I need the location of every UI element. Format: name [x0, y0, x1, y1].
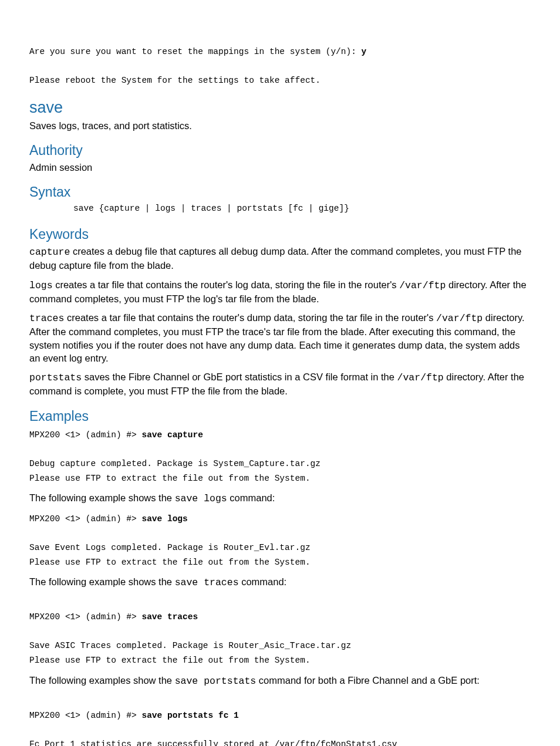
- example-1: MPX200 <1> (admin) #> save capture Debug…: [29, 428, 531, 486]
- ex2-output: Save Event Logs completed. Package is Ro…: [29, 543, 311, 567]
- heading-save: save: [29, 99, 531, 117]
- example-4-intro: The following examples show the save por…: [29, 674, 531, 688]
- keyword-portstats: portstats saves the Fibre Channel or GbE…: [29, 370, 531, 398]
- kw-capture-text: creates a debug file that captures all d…: [29, 246, 522, 271]
- example-2: MPX200 <1> (admin) #> save logs Save Eve…: [29, 512, 531, 570]
- kw-logs-path: /var/ftp: [399, 280, 446, 291]
- keyword-traces: traces creates a tar file that contains …: [29, 311, 531, 364]
- ex4a-output: Fc Port 1 statistics are successfully st…: [29, 740, 397, 746]
- heading-keywords: Keywords: [29, 227, 531, 242]
- ex3-intro-b: command:: [239, 576, 287, 587]
- reset-prompt-input: y: [362, 47, 367, 56]
- kw-portstats-path: /var/ftp: [397, 372, 444, 383]
- authority-body: Admin session: [29, 161, 531, 174]
- kw-traces-code: traces: [29, 313, 64, 324]
- ex1-output: Debug capture completed. Package is Syst…: [29, 459, 321, 483]
- syntax-code: save {capture | logs | traces | portstat…: [73, 201, 531, 216]
- ex3-prompt: MPX200 <1> (admin) #>: [29, 612, 141, 622]
- terminal-output-top: Are you sure you want to reset the mappi…: [29, 45, 531, 88]
- ex2-intro-a: The following example shows the: [29, 492, 175, 503]
- kw-logs-code: logs: [29, 280, 53, 291]
- kw-traces-text1: creates a tar file that contains the rou…: [64, 312, 436, 323]
- heading-syntax: Syntax: [29, 184, 531, 200]
- reboot-notice: Please reboot the System for the setting…: [29, 76, 321, 85]
- kw-logs-text1: creates a tar file that contains the rou…: [53, 279, 400, 290]
- example-3: MPX200 <1> (admin) #> save traces Save A…: [29, 595, 531, 667]
- ex4a-prompt: MPX200 <1> (admin) #>: [29, 711, 141, 720]
- ex4-intro-b: command for both a Fibre Channel and a G…: [256, 675, 480, 686]
- ex3-intro-a: The following example shows the: [29, 576, 175, 587]
- kw-portstats-text1: saves the Fibre Channel or GbE port stat…: [82, 372, 397, 382]
- ex3-cmd: save traces: [141, 612, 198, 622]
- ex3-intro-code: save traces: [175, 577, 239, 588]
- ex2-prompt: MPX200 <1> (admin) #>: [29, 514, 141, 524]
- example-4: MPX200 <1> (admin) #> save portstats fc …: [29, 694, 531, 746]
- ex2-intro-b: command:: [227, 492, 275, 503]
- ex1-cmd: save capture: [141, 430, 203, 440]
- example-2-intro: The following example shows the save log…: [29, 491, 531, 505]
- save-description: Saves logs, traces, and port statistics.: [29, 119, 531, 132]
- keyword-capture: capture creates a debug file that captur…: [29, 245, 531, 272]
- heading-examples: Examples: [29, 409, 531, 424]
- keyword-logs: logs creates a tar file that contains th…: [29, 278, 531, 306]
- ex2-cmd: save logs: [141, 514, 187, 524]
- ex1-prompt: MPX200 <1> (admin) #>: [29, 430, 141, 440]
- heading-authority: Authority: [29, 143, 531, 158]
- example-3-intro: The following example shows the save tra…: [29, 575, 531, 589]
- kw-portstats-code: portstats: [29, 372, 82, 383]
- ex4a-cmd: save portstats fc 1: [141, 711, 238, 720]
- ex4-intro-a: The following examples show the: [29, 675, 175, 686]
- ex4-intro-code: save portstats: [175, 676, 257, 687]
- ex3-output: Save ASIC Traces completed. Package is R…: [29, 641, 351, 665]
- ex2-intro-code: save logs: [175, 493, 227, 504]
- kw-traces-path: /var/ftp: [436, 313, 483, 324]
- reset-prompt-text: Are you sure you want to reset the mappi…: [29, 47, 362, 56]
- kw-capture-code: capture: [29, 247, 70, 258]
